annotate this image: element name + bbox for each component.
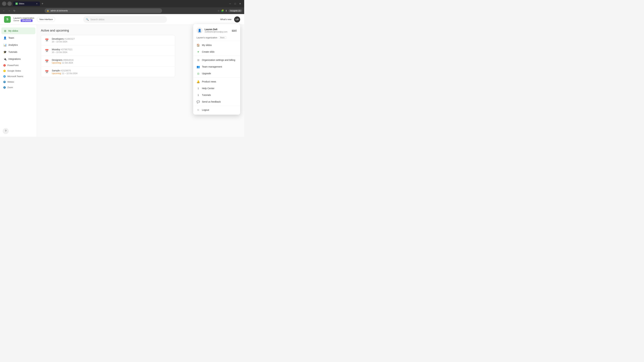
zoom-icon: Z	[3, 86, 6, 89]
dropdown-create-label: Create slido	[202, 50, 214, 53]
user-avatar-button[interactable]: LD	[234, 16, 240, 22]
address-bar: ← → ↻ 🔒 admin.sli.do/events ☆ 🧩 ⬇ Incogn…	[0, 7, 244, 14]
event-item-moodoy[interactable]: 📅 Moodoy #37867021 10 – 13 Oct 2024	[41, 46, 175, 56]
dropdown-upgrade-icon: ◎	[196, 72, 200, 75]
event-date-developers: 10 – 13 Oct 2024	[52, 40, 75, 43]
upcoming-label-sample: Upcoming:	[52, 72, 62, 75]
event-name-moodoy: Moodoy #37867021	[52, 48, 72, 51]
dropdown-divider-3	[193, 77, 240, 78]
url-bar[interactable]: 🔒 admin.sli.do/events	[44, 8, 162, 13]
dropdown-org-row: Lauren's organization Basic	[193, 35, 240, 40]
sidebar-item-zoom[interactable]: Z Zoom	[1, 85, 36, 90]
dropdown-edit-button[interactable]: EDIT	[232, 29, 237, 32]
sidebar-item-powerpoint[interactable]: P PowerPoint	[1, 63, 36, 68]
dropdown-item-upgrade[interactable]: ◎ Upgrade	[193, 70, 240, 77]
google-slides-label: Google Slides	[8, 69, 21, 72]
download-icon[interactable]: ⬇	[225, 9, 227, 12]
dropdown-item-team-management[interactable]: 👥 Team management	[193, 63, 240, 70]
whats-new-button[interactable]: What's new	[220, 18, 232, 21]
microsoft-teams-label: Microsoft Teams	[8, 75, 23, 78]
event-info-designers: Designers #8664816 Upcoming: 11 Oct 2024	[52, 59, 74, 64]
powerpoint-label: PowerPoint	[8, 64, 18, 66]
dropdown-item-my-slidos[interactable]: 🏠 My slidos	[193, 42, 240, 48]
tab-bar: S Slidos ✕ +	[13, 1, 227, 6]
sidebar-item-google-slides[interactable]: G Google Slides	[1, 68, 36, 73]
upcoming-label-designers: Upcoming:	[52, 62, 62, 64]
calendar-icon-developers: 📅	[44, 38, 49, 42]
dropdown-upgrade-label: Upgrade	[202, 72, 211, 75]
sidebar-item-my-slidos[interactable]: ⊞ My slidos	[1, 27, 36, 34]
dropdown-create-icon: +	[196, 50, 200, 53]
dropdown-item-help-center[interactable]: ℹ Help Center	[193, 85, 240, 92]
forward-nav-button[interactable]: →	[8, 9, 11, 13]
dropdown-item-logout[interactable]: ⎋ Logout	[193, 107, 240, 113]
dropdown-item-product-news[interactable]: 🔔 Product news	[193, 78, 240, 85]
dropdown-my-slidos-label: My slidos	[202, 44, 212, 46]
window-controls: ─ □ ✕	[228, 2, 242, 6]
upgrade-button[interactable]: UPGRADE	[21, 19, 32, 22]
dropdown-item-feedback[interactable]: 💬 Send us feedback	[193, 98, 240, 105]
webex-icon: W	[3, 81, 6, 83]
app-header: S Lauren's organization Owner UPGRADE Ne…	[0, 14, 244, 25]
refresh-button[interactable]: ↻	[13, 9, 16, 13]
event-date-moodoy: 10 – 13 Oct 2024	[52, 51, 72, 53]
search-bar[interactable]: 🔍 Search slidos	[83, 16, 167, 23]
new-tab-button[interactable]: +	[40, 2, 44, 5]
dropdown-user-avatar: 👤	[196, 27, 202, 33]
event-info-sample: Sample #2329970 Upcoming: 11 – 12 Oct 20…	[52, 69, 78, 75]
dropdown-news-icon: 🔔	[196, 80, 200, 83]
active-tab[interactable]: S Slidos ✕	[13, 1, 40, 6]
maximize-button[interactable]: □	[233, 2, 237, 6]
close-button[interactable]: ✕	[238, 2, 242, 6]
back-nav-button[interactable]: ←	[2, 9, 6, 13]
event-name-sample: Sample #2329970	[52, 69, 78, 72]
sidebar-item-microsoft-teams[interactable]: M Microsoft Teams	[1, 74, 36, 79]
event-item-designers[interactable]: 📅 Designers #8664816 Upcoming: 11 Oct 20…	[41, 56, 175, 66]
help-button[interactable]: ?	[3, 128, 9, 134]
event-name-developers: Developers #1480327	[52, 37, 75, 40]
minimize-button[interactable]: ─	[228, 2, 232, 6]
event-item-developers[interactable]: 📅 Developers #1480327 10 – 13 Oct 2024	[41, 35, 175, 45]
back-button[interactable]: ←	[2, 1, 6, 6]
event-item-sample[interactable]: 📅 Sample #2329970 Upcoming: 11 – 12 Oct …	[41, 67, 175, 77]
sidebar-label-tutorials: Tutorials	[8, 51, 17, 53]
dropdown-team-label: Team management	[202, 65, 222, 68]
forward-button[interactable]: →	[8, 1, 12, 6]
dropdown-tutorials-icon: ℹ	[196, 93, 200, 97]
dropdown-divider-4	[193, 106, 240, 106]
header-right: What's new LD	[220, 16, 240, 22]
dropdown-help-label: Help Center	[202, 87, 214, 90]
dropdown-logout-label: Logout	[202, 109, 209, 111]
sidebar-label-my-slidos: My slidos	[8, 29, 18, 32]
dropdown-org-badge: Basic	[219, 36, 226, 39]
my-slidos-icon: ⊞	[3, 29, 7, 32]
org-name: Lauren's organization	[14, 17, 34, 19]
dropdown-team-icon: 👥	[196, 65, 200, 68]
sidebar-item-webex[interactable]: W Webex	[1, 79, 36, 84]
search-placeholder: Search slidos	[90, 18, 104, 21]
zoom-label: Zoom	[8, 86, 13, 89]
owner-label: Owner	[14, 19, 19, 22]
dropdown-help-icon: ℹ	[196, 87, 200, 90]
event-id-developers: #1480327	[64, 37, 75, 40]
dropdown-item-org-settings[interactable]: ⊞ Organization settings and billing	[193, 57, 240, 63]
event-info-moodoy: Moodoy #37867021 10 – 13 Oct 2024	[52, 48, 72, 53]
tutorials-icon: 🎓	[3, 50, 7, 54]
dropdown-item-tutorials[interactable]: ℹ Tutorials	[193, 92, 240, 98]
dropdown-news-label: Product news	[202, 80, 216, 83]
tab-title: Slidos	[19, 2, 24, 5]
slido-logo: S	[4, 16, 11, 23]
sidebar-item-team[interactable]: 👤 Team	[1, 34, 36, 41]
bookmark-icon[interactable]: ☆	[218, 9, 220, 12]
user-dropdown-menu: 👤 Lauren Deli 31860d42@moodjoy.com EDIT …	[193, 24, 240, 115]
sidebar-item-tutorials[interactable]: 🎓 Tutorials	[1, 49, 36, 55]
dropdown-item-create-slido[interactable]: + Create slido	[193, 48, 240, 55]
url-text: admin.sli.do/events	[50, 9, 68, 12]
extensions-icon[interactable]: 🧩	[221, 9, 224, 12]
sidebar-label-team: Team	[8, 36, 14, 39]
tab-close-button[interactable]: ✕	[36, 3, 38, 5]
sidebar-item-integrations[interactable]: 🔌 Integrations	[1, 56, 36, 62]
tab-favicon: S	[16, 2, 18, 5]
new-interface-button[interactable]: New interface	[37, 17, 55, 22]
sidebar-item-analytics[interactable]: 📊 Analytics	[1, 41, 36, 48]
